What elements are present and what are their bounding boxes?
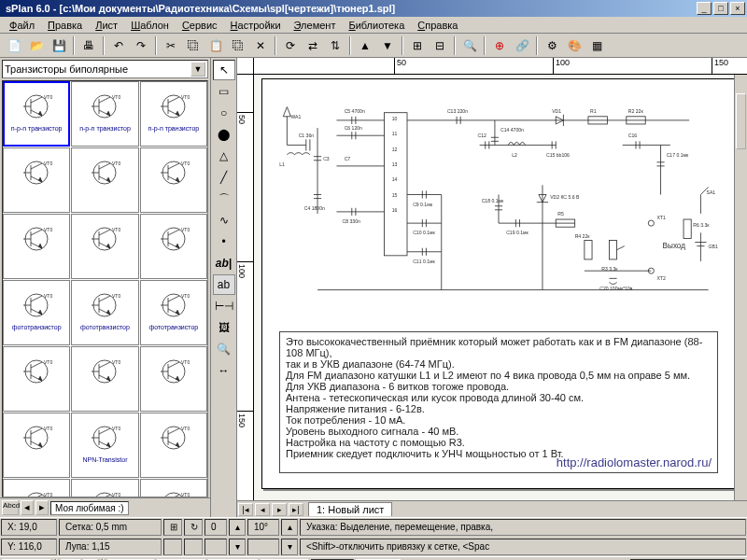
- menu-sheet[interactable]: Лист: [90, 19, 123, 32]
- cut-button[interactable]: ✂: [161, 35, 181, 56]
- measure-tool[interactable]: ↔: [213, 360, 235, 381]
- zoom-button[interactable]: 🔍: [459, 35, 480, 56]
- undo-button[interactable]: ↶: [108, 35, 129, 56]
- save-button[interactable]: 💾: [49, 35, 69, 56]
- favorites-tab[interactable]: Моя любимая :): [50, 501, 129, 515]
- svg-text:VT0: VT0: [112, 359, 120, 365]
- colors-button[interactable]: 🎨: [564, 35, 585, 56]
- svg-line-81: [99, 362, 110, 368]
- minimize-button[interactable]: _: [697, 2, 712, 15]
- library-category-combo[interactable]: Транзисторы биполярные ▼: [2, 60, 208, 78]
- link-button[interactable]: 🔗: [512, 35, 532, 56]
- library-item[interactable]: VT0: [71, 147, 138, 213]
- library-item[interactable]: VT0: [3, 214, 70, 279]
- grid-button[interactable]: ▦: [586, 35, 607, 56]
- library-item[interactable]: VT0: [71, 346, 138, 412]
- arc-tool[interactable]: ⌒: [213, 189, 235, 209]
- paste-button[interactable]: 📋: [205, 35, 226, 56]
- library-item[interactable]: VT0NPN-Transistor: [71, 413, 138, 478]
- library-item[interactable]: VT0: [3, 413, 70, 478]
- menu-help[interactable]: Справка: [412, 19, 463, 32]
- circle-tool[interactable]: ○: [213, 103, 235, 123]
- fav-nav2[interactable]: ▸: [35, 500, 49, 515]
- snap-toggle[interactable]: ⊞: [163, 519, 182, 536]
- duplicate-button[interactable]: ⿻: [228, 35, 248, 56]
- tool-tray: ↖ ▭ ○ ⬤ △ ╱ ⌒ ∿ • ab| ab ⊢⊣ 🖼 🔍 ↔: [211, 58, 237, 517]
- poly-tool[interactable]: △: [213, 146, 235, 166]
- zoom-tool[interactable]: 🔍: [213, 339, 235, 359]
- delete-button[interactable]: ✕: [250, 35, 271, 56]
- sheet-first[interactable]: |◂: [238, 503, 253, 516]
- front-button[interactable]: ▲: [355, 35, 375, 56]
- mirror-h-button[interactable]: ⇄: [303, 35, 323, 56]
- sheet-tab-1[interactable]: 1: Новый лист: [308, 502, 392, 516]
- menu-edit[interactable]: Правка: [42, 19, 88, 32]
- svg-text:R1: R1: [590, 108, 597, 114]
- library-item[interactable]: VT0: [140, 346, 207, 412]
- library-item[interactable]: VT0фототранзистор: [71, 280, 138, 345]
- snap-inc2[interactable]: ▴: [281, 519, 298, 536]
- vertical-scrollbar[interactable]: [734, 75, 747, 500]
- settings-button[interactable]: ⚙: [542, 35, 562, 56]
- chevron-down-icon[interactable]: ▼: [190, 62, 205, 77]
- open-button[interactable]: 📂: [26, 35, 47, 56]
- library-item[interactable]: VT0: [71, 214, 138, 279]
- back-button[interactable]: ▼: [377, 35, 398, 56]
- library-item[interactable]: VT0n-p-n транзистор: [71, 81, 138, 147]
- menu-service[interactable]: Сервис: [176, 19, 223, 32]
- library-item[interactable]: VT0: [3, 346, 70, 412]
- svg-text:VT0: VT0: [181, 426, 190, 431]
- redo-button[interactable]: ↷: [131, 35, 151, 56]
- group-button[interactable]: ⊞: [407, 35, 428, 56]
- fav-prev-icon[interactable]: Abcd: [2, 500, 19, 515]
- ungroup-button[interactable]: ⊟: [430, 35, 450, 56]
- menu-file[interactable]: Файл: [4, 19, 40, 32]
- filled-tool[interactable]: ⬤: [213, 124, 235, 145]
- dimension-tool[interactable]: ⊢⊣: [213, 296, 235, 316]
- sheet-prev[interactable]: ◂: [255, 503, 270, 516]
- bezier-tool[interactable]: ∿: [213, 210, 235, 231]
- pointer-tool[interactable]: ↖: [213, 60, 235, 80]
- snap-dec[interactable]: ▾: [229, 539, 246, 555]
- sheet-last[interactable]: ▸|: [289, 503, 303, 516]
- component-button[interactable]: ⊕: [489, 35, 510, 56]
- svg-line-105: [168, 428, 179, 434]
- library-item[interactable]: VT0n-p-n транзистор: [140, 81, 207, 147]
- rect-tool[interactable]: ▭: [213, 81, 235, 102]
- menu-library[interactable]: Библиотека: [343, 19, 410, 32]
- snap-angle-value[interactable]: 10°: [247, 519, 279, 536]
- library-item[interactable]: VT0: [140, 479, 207, 497]
- maximize-button[interactable]: □: [713, 2, 728, 15]
- close-button[interactable]: ×: [730, 2, 745, 15]
- library-item[interactable]: VT0: [3, 479, 70, 497]
- sheet-next[interactable]: ▸: [272, 503, 287, 516]
- menu-settings[interactable]: Настройки: [225, 19, 287, 32]
- library-item[interactable]: VT0: [3, 147, 70, 213]
- mirror-v-button[interactable]: ⇅: [325, 35, 345, 56]
- drawing-area[interactable]: WA1 C1 36n L1 C3 C4 1800n: [254, 75, 747, 500]
- library-item[interactable]: VT0фототранзистор: [140, 280, 207, 345]
- library-item[interactable]: VT0фототранзистор: [3, 280, 70, 345]
- new-button[interactable]: 📄: [4, 35, 24, 56]
- library-item[interactable]: VT0: [140, 147, 207, 213]
- copy-button[interactable]: ⿻: [183, 35, 204, 56]
- library-item[interactable]: VT0: [71, 479, 138, 497]
- library-item[interactable]: VT0: [140, 413, 207, 478]
- image-tool[interactable]: 🖼: [213, 317, 235, 338]
- junction-tool[interactable]: •: [213, 231, 235, 252]
- library-grid[interactable]: VT0n-p-n транзисторVT0n-p-n транзисторVT…: [2, 80, 208, 497]
- fav-nav1[interactable]: ◂: [21, 500, 34, 515]
- menu-template[interactable]: Шаблон: [125, 19, 175, 32]
- snap-dec2[interactable]: ▾: [281, 539, 298, 555]
- library-item[interactable]: VT0: [140, 214, 207, 279]
- library-item[interactable]: VT0n-p-n транзистор: [3, 81, 70, 147]
- snap-angle-toggle[interactable]: ↻: [184, 519, 203, 536]
- label-tool[interactable]: ab: [213, 274, 235, 295]
- line-tool[interactable]: ╱: [213, 167, 235, 188]
- text-tool[interactable]: ab|: [213, 253, 235, 273]
- print-button[interactable]: 🖶: [78, 35, 99, 56]
- rotate-button[interactable]: ⟳: [280, 35, 301, 56]
- snap-zero[interactable]: 0: [204, 519, 227, 536]
- menu-element[interactable]: Элемент: [289, 19, 342, 32]
- snap-inc[interactable]: ▴: [229, 519, 246, 536]
